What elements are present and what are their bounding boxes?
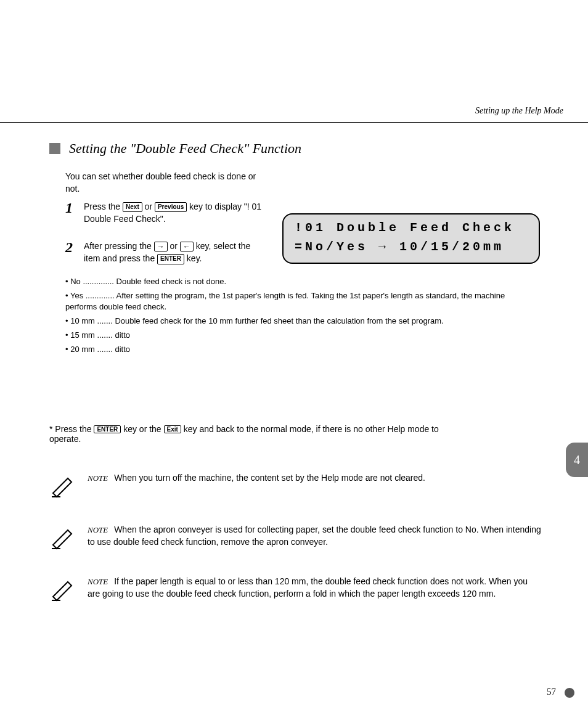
- option-10mm: • 10 mm ....... Double feed check for th…: [65, 316, 534, 327]
- note-text: NOTE When you turn off the machine, the …: [88, 472, 542, 499]
- arrow-right-key: →: [154, 242, 168, 251]
- text-fragment: or: [170, 241, 180, 251]
- note-body: When the apron conveyer is used for coll…: [88, 525, 541, 547]
- page-number: 57: [547, 687, 556, 697]
- pencil-icon: [49, 576, 76, 603]
- note-text: NOTE When the apron conveyer is used for…: [88, 524, 542, 551]
- text-fragment: Press the: [84, 202, 123, 211]
- option-no: • No .............. Double feed check is…: [65, 276, 534, 288]
- step-2: 2 After pressing the → or ← key, select …: [65, 240, 266, 265]
- enter-key: ENTER: [157, 254, 184, 264]
- chapter-tab: 4: [566, 443, 588, 477]
- step-text: After pressing the → or ← key, select th…: [84, 240, 266, 265]
- running-header: Setting up the Help Mode: [475, 106, 563, 116]
- step-number: 2: [65, 240, 78, 265]
- note-label: NOTE: [88, 525, 108, 536]
- note-label: NOTE: [88, 576, 108, 587]
- page-number-value: 57: [547, 687, 556, 697]
- pencil-icon: [49, 524, 76, 551]
- lcd-display: !01 Double Feed Check =No/Yes → 10/15/20…: [282, 213, 540, 264]
- previous-key: Previous: [155, 202, 187, 213]
- intro-text: You can set whether double feed check is…: [65, 170, 266, 195]
- note-body: If the paper length is equal to or less …: [88, 576, 528, 599]
- option-yes: • Yes ............. After setting the pr…: [65, 290, 534, 314]
- step-1: 1 Press the Next or Previous key to disp…: [65, 200, 266, 226]
- text-fragment: key or the: [123, 424, 163, 434]
- body-column: You can set whether double feed check is…: [65, 170, 266, 356]
- step-text: Press the Next or Previous key to displa…: [84, 200, 266, 226]
- press-enter-note: * Press the ENTER key or the Exit key an…: [49, 424, 468, 444]
- section-title: Setting the "Double Feed Check" Function: [69, 141, 301, 157]
- text-fragment: key.: [187, 253, 202, 263]
- enter-key: ENTER: [94, 425, 121, 433]
- lcd-line-1: !01 Double Feed Check: [295, 221, 528, 235]
- arrow-left-key: ←: [180, 242, 194, 251]
- options-list: • No .............. Double feed check is…: [65, 276, 534, 356]
- next-key: Next: [123, 202, 142, 213]
- option-20mm: • 20 mm ....... ditto: [65, 344, 534, 356]
- lcd-line-2: =No/Yes → 10/15/20mm: [295, 240, 528, 254]
- section-bullet-icon: [49, 143, 60, 154]
- notes-block: NOTE When you turn off the machine, the …: [49, 472, 542, 627]
- text-fragment: * Press the: [49, 424, 94, 434]
- step-number: 1: [65, 200, 78, 226]
- note-item: NOTE When you turn off the machine, the …: [49, 472, 542, 499]
- text-fragment: or: [145, 202, 155, 211]
- pencil-icon: [49, 472, 76, 499]
- section-heading: Setting the "Double Feed Check" Function: [49, 141, 301, 157]
- text-fragment: After pressing the: [84, 241, 154, 251]
- horizontal-rule: [0, 122, 588, 123]
- note-item: NOTE When the apron conveyer is used for…: [49, 524, 542, 551]
- exit-key: Exit: [164, 425, 181, 433]
- note-body: When you turn off the machine, the conte…: [114, 473, 425, 483]
- note-item: NOTE If the paper length is equal to or …: [49, 576, 542, 603]
- option-15mm: • 15 mm ....... ditto: [65, 330, 534, 341]
- page-dot-icon: [565, 688, 574, 698]
- note-label: NOTE: [88, 473, 108, 484]
- note-text: NOTE If the paper length is equal to or …: [88, 576, 542, 603]
